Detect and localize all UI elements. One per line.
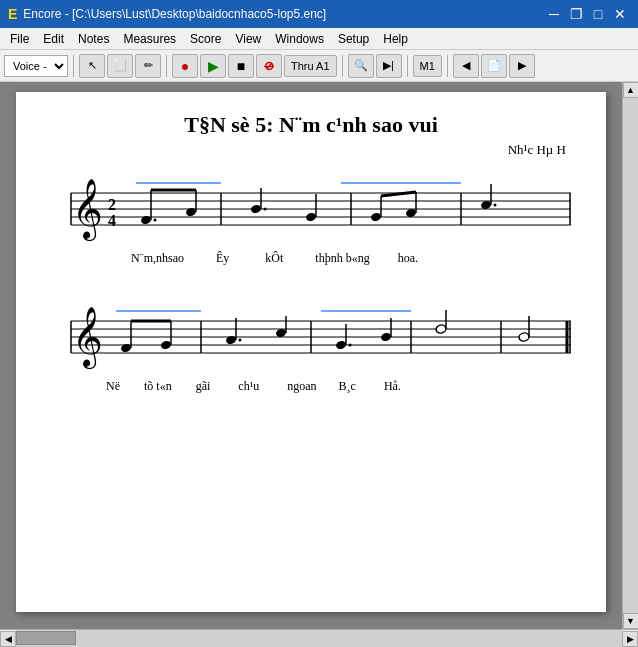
score-title: T§N sè 5: N¨m c¹nh sao vui (46, 112, 576, 138)
scroll-right-button[interactable]: ▶ (622, 631, 638, 647)
lyric-1-5: hoa. (398, 251, 418, 266)
svg-point-57 (335, 340, 347, 350)
hscroll-thumb (16, 631, 76, 645)
svg-point-64 (518, 332, 530, 342)
no-midi-button[interactable]: ⊘ (256, 54, 282, 78)
lyric-1-4: thþnh b«ng (315, 251, 369, 266)
menu-windows[interactable]: Windows (269, 30, 330, 48)
menu-help[interactable]: Help (377, 30, 414, 48)
main-area: T§N sè 5: N¨m c¹nh sao vui Nh¹c Hµ H 𝄞 2… (0, 82, 638, 629)
scroll-left-button[interactable]: ◀ (0, 631, 16, 647)
scroll-down-button[interactable]: ▼ (623, 613, 639, 629)
separator-4 (407, 55, 408, 77)
svg-point-49 (160, 340, 172, 350)
arrow-tool-button[interactable]: ↖ (79, 54, 105, 78)
thru-button[interactable]: Thru A1 (284, 55, 337, 77)
svg-point-54 (239, 339, 242, 342)
next-page-button[interactable]: ▶ (509, 54, 535, 78)
voice-dropdown[interactable]: Voice - (4, 55, 68, 77)
page-icon-button[interactable]: 📄 (481, 54, 507, 78)
right-scrollbar: ▲ ▼ (622, 82, 638, 629)
staff-2: 𝄞 (46, 296, 576, 394)
toolbar: Voice - ↖ ⬜ ✏ ● ▶ ■ ⊘ Thru A1 🔍 ▶| M1 ◀ … (0, 50, 638, 82)
svg-point-47 (120, 343, 132, 353)
lyric-2-4: ch¹u (238, 379, 259, 394)
menu-file[interactable]: File (4, 30, 35, 48)
separator-5 (447, 55, 448, 77)
svg-point-22 (305, 212, 317, 222)
staff-1-svg: 𝄞 2 4 (46, 168, 576, 248)
scroll-track[interactable] (623, 98, 638, 613)
menu-score[interactable]: Score (184, 30, 227, 48)
lyric-2-1: Në (106, 379, 120, 394)
lyric-1-1: N¨m,nhsao (131, 251, 184, 266)
lyric-2-2: tõ t«n (144, 379, 172, 394)
app-icon: E (8, 6, 17, 22)
lyric-1-3: kÔt (265, 251, 283, 266)
lyric-2-6: B¸c (339, 379, 356, 394)
restore-button[interactable]: ❐ (566, 4, 586, 24)
svg-text:2: 2 (108, 196, 116, 213)
lyric-1-2: Êy (216, 251, 229, 266)
svg-point-16 (185, 207, 197, 217)
erase-tool-button[interactable]: ⬜ (107, 54, 133, 78)
lyric-2-5: ngoan (287, 379, 316, 394)
svg-point-59 (349, 344, 352, 347)
menu-notes[interactable]: Notes (72, 30, 115, 48)
svg-point-31 (494, 204, 497, 207)
menu-edit[interactable]: Edit (37, 30, 70, 48)
forward-button[interactable]: ▶| (376, 54, 402, 78)
svg-point-15 (154, 219, 157, 222)
separator-2 (166, 55, 167, 77)
scroll-up-button[interactable]: ▲ (623, 82, 639, 98)
pencil-tool-button[interactable]: ✏ (135, 54, 161, 78)
svg-point-13 (140, 215, 152, 225)
svg-point-62 (435, 324, 447, 334)
svg-point-60 (380, 332, 392, 342)
bottom-scrollbar: ◀ ▶ (0, 629, 638, 647)
score-scroll-area[interactable]: T§N sè 5: N¨m c¹nh sao vui Nh¹c Hµ H 𝄞 2… (0, 82, 622, 629)
play-button[interactable]: ▶ (200, 54, 226, 78)
svg-text:𝄞: 𝄞 (72, 307, 103, 370)
hscroll-track[interactable] (16, 630, 622, 647)
score-composer: Nh¹c Hµ H (46, 142, 576, 158)
menu-setup[interactable]: Setup (332, 30, 375, 48)
svg-text:4: 4 (108, 212, 116, 229)
minimize-button[interactable]: ─ (544, 4, 564, 24)
staff-2-lyrics: Në tõ t«n gãi ch¹u ngoan B¸c Hå. (46, 379, 576, 394)
menu-view[interactable]: View (229, 30, 267, 48)
title-bar: E Encore - [C:\Users\Lust\Desktop\baidoc… (0, 0, 638, 28)
measure-label[interactable]: M1 (413, 55, 442, 77)
search-button[interactable]: 🔍 (348, 54, 374, 78)
staff-2-svg: 𝄞 (46, 296, 576, 376)
record-button[interactable]: ● (172, 54, 198, 78)
prev-page-button[interactable]: ◀ (453, 54, 479, 78)
stop-button[interactable]: ■ (228, 54, 254, 78)
svg-point-24 (370, 212, 382, 222)
maximize-button[interactable]: □ (588, 4, 608, 24)
lyric-2-7: Hå. (384, 379, 401, 394)
svg-text:𝄞: 𝄞 (72, 179, 103, 242)
separator-3 (342, 55, 343, 77)
window-title: Encore - [C:\Users\Lust\Desktop\baidocnh… (23, 7, 326, 21)
svg-point-19 (250, 204, 262, 214)
close-button[interactable]: ✕ (610, 4, 630, 24)
menu-measures[interactable]: Measures (117, 30, 182, 48)
svg-point-52 (225, 335, 237, 345)
score-page: T§N sè 5: N¨m c¹nh sao vui Nh¹c Hµ H 𝄞 2… (16, 92, 606, 612)
separator-1 (73, 55, 74, 77)
lyric-2-3: gãi (196, 379, 211, 394)
menu-bar: File Edit Notes Measures Score View Wind… (0, 28, 638, 50)
staff-1-lyrics: N¨m,nhsao Êy kÔt thþnh b«ng hoa. (46, 251, 576, 266)
svg-point-21 (264, 208, 267, 211)
staff-1: 𝄞 2 4 (46, 168, 576, 266)
